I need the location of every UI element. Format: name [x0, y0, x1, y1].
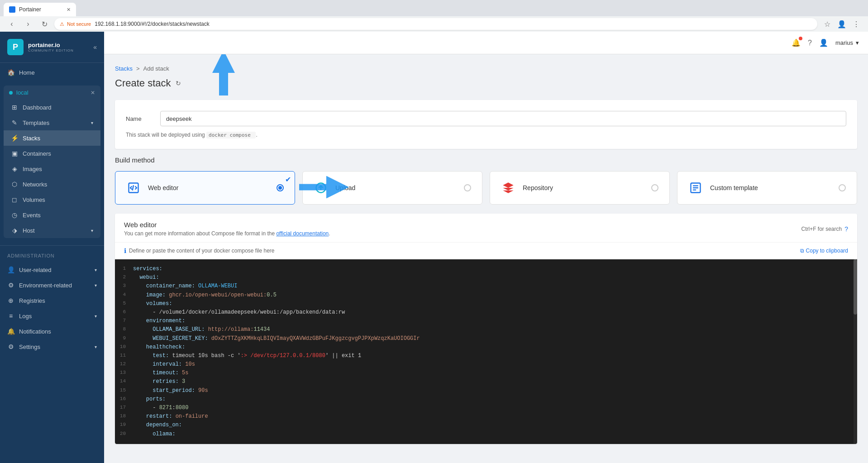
- breadcrumb: Stacks > Add stack: [115, 65, 857, 72]
- deploy-hint: This stack will be deployed using docker…: [126, 132, 846, 138]
- security-label: Not secure: [67, 21, 91, 27]
- sidebar-item-logs[interactable]: ≡ Logs ▾: [0, 308, 104, 324]
- sidebar-item-events[interactable]: ◷ Events: [4, 207, 100, 223]
- tab-close-button[interactable]: ✕: [67, 7, 71, 13]
- logo-sub: COMMUNITY EDITION: [28, 48, 74, 53]
- build-card-repository[interactable]: Repository: [490, 171, 670, 205]
- editor-hint-text: Define or paste the content of your dock…: [129, 248, 275, 254]
- env-section-local: local ✕ ⊞ Dashboard ✎ Templates ▾ ⚡ Stac…: [4, 86, 100, 238]
- build-card-upload[interactable]: Upload: [302, 171, 482, 205]
- sidebar-logo: P portainer.io COMMUNITY EDITION «: [0, 32, 104, 63]
- forward-button[interactable]: ›: [22, 18, 34, 30]
- upload-icon: [314, 181, 328, 195]
- profile-button[interactable]: 👤: [835, 18, 848, 30]
- sidebar-label-templates: Templates: [23, 119, 86, 126]
- back-button[interactable]: ‹: [5, 18, 18, 30]
- sidebar-item-templates[interactable]: ✎ Templates ▾: [4, 115, 100, 130]
- templates-icon: ✎: [11, 119, 18, 126]
- env-close-button[interactable]: ✕: [91, 90, 95, 96]
- env-status-dot: [9, 91, 13, 95]
- name-form-card: Name This stack will be deployed using d…: [115, 100, 857, 149]
- code-line-10: 10 healthcheck:: [115, 343, 857, 352]
- deploy-hint-code: docker compose: [206, 132, 256, 138]
- sidebar-item-registries[interactable]: ⊕ Registries: [0, 293, 104, 308]
- account-button[interactable]: 👤: [819, 38, 828, 47]
- code-line-16: 16 ports:: [115, 395, 857, 404]
- bookmark-button[interactable]: ☆: [821, 18, 834, 30]
- build-card-custom-template[interactable]: Custom template: [677, 171, 857, 205]
- sidebar-item-settings[interactable]: ⚙ Settings ▾: [0, 339, 104, 354]
- refresh-icon[interactable]: ↻: [176, 80, 181, 87]
- editor-scrollbar[interactable]: [854, 259, 857, 444]
- browser-tab-portainer[interactable]: Portainer ✕: [4, 3, 76, 16]
- containers-icon: ▣: [11, 150, 18, 157]
- sidebar-collapse-button[interactable]: «: [93, 43, 97, 51]
- hint-info-icon: ℹ: [124, 247, 126, 254]
- address-text: 192.168.1.18:9000/#!/2/docker/stacks/new…: [95, 21, 210, 27]
- sidebar-item-stacks[interactable]: ⚡ Stacks: [4, 130, 100, 146]
- sidebar-item-dashboard[interactable]: ⊞ Dashboard: [4, 100, 100, 115]
- address-bar[interactable]: ⚠ Not secure 192.168.1.18:9000/#!/2/dock…: [54, 18, 817, 30]
- deploy-hint-text: This stack will be deployed using: [126, 132, 205, 138]
- sidebar-label-dashboard: Dashboard: [23, 104, 93, 111]
- build-card-web-editor[interactable]: Web editor ✔: [115, 171, 295, 205]
- sidebar-item-containers[interactable]: ▣ Containers: [4, 146, 100, 161]
- sidebar-item-home-label: Home: [19, 69, 97, 76]
- editor-scrollbar-thumb[interactable]: [854, 259, 857, 315]
- name-input[interactable]: [160, 111, 846, 126]
- code-editor[interactable]: 1 services: 2 webui: 3 container_name: O…: [115, 259, 857, 444]
- sidebar-item-home[interactable]: 🏠 Home: [0, 65, 104, 80]
- editor-help-icon[interactable]: ?: [844, 225, 848, 233]
- help-button[interactable]: ?: [808, 39, 812, 47]
- user-menu[interactable]: marius ▾: [835, 39, 859, 46]
- env-label: local: [16, 89, 29, 96]
- code-line-4: 4 image: ghcr.io/open-webui/open-webui:0…: [115, 291, 857, 300]
- sidebar-item-images[interactable]: ◈ Images: [4, 161, 100, 177]
- repository-radio: [651, 184, 658, 191]
- sidebar-item-notifications[interactable]: 🔔 Notifications: [0, 324, 104, 339]
- code-line-1: 1 services:: [115, 265, 857, 273]
- code-line-15: 15 start_period: 90s: [115, 387, 857, 395]
- build-method-section: Build method Web editor: [115, 156, 857, 205]
- events-icon: ◷: [11, 211, 18, 219]
- browser-chrome: Portainer ✕ ‹ › ↻ ⚠ Not secure 192.168.1…: [0, 0, 868, 32]
- sidebar-item-volumes[interactable]: ◻ Volumes: [4, 192, 100, 207]
- annotation-arrow-down: [205, 54, 242, 97]
- svg-marker-0: [212, 54, 235, 95]
- web-editor-radio: [277, 184, 284, 191]
- sidebar-label-user-related: User-related: [19, 267, 90, 273]
- sidebar-label-environment-related: Environment-related: [19, 282, 90, 289]
- extensions-button[interactable]: ⋮: [850, 18, 863, 30]
- custom-template-radio: [839, 184, 846, 191]
- env-header-content: local: [9, 89, 29, 96]
- page-title: Create stack: [115, 77, 171, 89]
- reload-button[interactable]: ↻: [38, 18, 51, 30]
- code-line-19: 19 depends_on:: [115, 421, 857, 430]
- sidebar-item-user-related[interactable]: 👤 User-related ▾: [0, 262, 104, 277]
- notifications-icon: 🔔: [7, 328, 14, 335]
- main-content: 🔔 ? 👤 marius ▾ Stacks > Add stack: [104, 32, 868, 463]
- code-line-3: 3 container_name: OLLAMA-WEBUI: [115, 282, 857, 291]
- user-chevron-icon: ▾: [856, 39, 859, 46]
- browser-tabs: Portainer ✕: [0, 0, 868, 16]
- breadcrumb-current: Add stack: [143, 65, 169, 72]
- code-line-5: 5 volumes:: [115, 300, 857, 308]
- sidebar-item-host[interactable]: ⬗ Host ▾: [4, 223, 100, 238]
- official-doc-link[interactable]: official documentation: [276, 230, 329, 237]
- sidebar-item-environment-related[interactable]: ⚙ Environment-related ▾: [0, 277, 104, 293]
- sidebar-label-stacks: Stacks: [23, 135, 93, 142]
- name-form-row: Name: [126, 111, 846, 126]
- copy-to-clipboard-button[interactable]: ⧉ Copy to clipboard: [800, 248, 848, 254]
- editor-header: Web editor You can get more information …: [115, 214, 857, 243]
- sidebar-item-networks[interactable]: ⬡ Networks: [4, 177, 100, 192]
- logo-text-block: portainer.io COMMUNITY EDITION: [28, 42, 74, 53]
- copy-label: Copy to clipboard: [806, 248, 848, 254]
- logs-icon: ≡: [7, 312, 14, 320]
- host-arrow-icon: ▾: [91, 228, 93, 233]
- networks-icon: ⬡: [11, 181, 18, 188]
- editor-search-hint: Ctrl+F for search ?: [801, 225, 849, 233]
- page-header-container: Create stack ↻: [115, 77, 857, 89]
- code-line-11: 11 test: timeout 10s bash -c ':> /dev/tc…: [115, 352, 857, 360]
- notification-bell-button[interactable]: 🔔: [792, 38, 801, 47]
- breadcrumb-stacks-link[interactable]: Stacks: [115, 65, 133, 72]
